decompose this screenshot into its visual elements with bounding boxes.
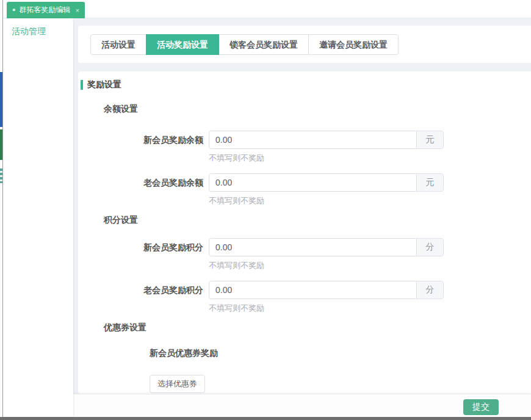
tab-activity-reward-settings[interactable]: 活动奖励设置 (146, 34, 219, 55)
section-title: 奖励设置 (81, 79, 531, 90)
sidebar: 活动管理 (3, 18, 73, 417)
group-title-points: 积分设置 (104, 215, 531, 226)
field-hint: 不填写则不奖励 (209, 303, 531, 314)
unit-suffix: 分 (416, 239, 443, 256)
input-wrapper: 分 (209, 238, 444, 256)
page-tab-label: 群拓客奖励编辑 (19, 5, 70, 15)
old-member-balance-input[interactable] (209, 174, 416, 191)
new-member-points-input[interactable] (209, 239, 416, 256)
left-edge-artifact (0, 72, 2, 127)
old-member-points-input[interactable] (209, 281, 416, 299)
group-title-coupon: 优惠券设置 (104, 322, 531, 333)
field-hint: 不填写则不奖励 (209, 260, 531, 271)
input-wrapper: 分 (209, 281, 444, 299)
page-tab-reward-edit[interactable]: ● 群拓客奖励编辑 × (7, 2, 85, 18)
tabs-card: 活动设置 活动奖励设置 锁客会员奖励设置 邀请会员奖励设置 (78, 26, 531, 63)
settings-tab-group: 活动设置 活动奖励设置 锁客会员奖励设置 邀请会员奖励设置 (90, 34, 399, 55)
field-row: 新会员奖励余额 元 (78, 131, 531, 149)
new-member-balance-input[interactable] (209, 131, 416, 148)
section-title-text: 奖励设置 (87, 79, 121, 90)
unit-suffix: 元 (416, 174, 443, 191)
select-coupon-button[interactable]: 选择优惠券 (150, 375, 205, 393)
page-tab-bar: ● 群拓客奖励编辑 × (3, 0, 531, 18)
tab-lock-member-reward-settings[interactable]: 锁客会员奖励设置 (219, 34, 309, 55)
field-row: 老会员奖励积分 分 (78, 281, 531, 299)
left-edge-artifact (0, 168, 2, 183)
window-bottom-edge (0, 417, 531, 420)
tab-activity-settings[interactable]: 活动设置 (90, 34, 146, 55)
reward-settings-card: 奖励设置 余额设置 新会员奖励余额 元 不填写则不奖励 老会员奖励余额 元 不填… (78, 71, 531, 394)
field-label: 新会员奖励积分 (78, 238, 203, 256)
coupon-reward-label: 新会员优惠券奖励 (150, 348, 531, 359)
field-row: 老会员奖励余额 元 (78, 173, 531, 192)
active-dot-icon: ● (12, 7, 15, 13)
input-wrapper: 元 (209, 131, 444, 149)
field-hint: 不填写则不奖励 (209, 195, 531, 206)
main-area: 活动设置 活动奖励设置 锁客会员奖励设置 邀请会员奖励设置 奖励设置 余额设置 … (73, 18, 531, 417)
unit-suffix: 分 (416, 281, 443, 299)
close-icon[interactable]: × (75, 7, 79, 14)
left-edge-artifact (0, 129, 2, 160)
field-hint: 不填写则不奖励 (209, 153, 531, 164)
footer-bar: 提交 (73, 394, 531, 417)
field-label: 老会员奖励余额 (78, 173, 203, 192)
field-label: 老会员奖励积分 (78, 281, 203, 299)
tab-invite-member-reward-settings[interactable]: 邀请会员奖励设置 (308, 34, 399, 55)
unit-suffix: 元 (416, 131, 443, 148)
submit-button[interactable]: 提交 (463, 399, 499, 415)
sidebar-item-activity-management[interactable]: 活动管理 (3, 18, 73, 37)
group-title-balance: 余额设置 (104, 104, 531, 115)
field-row: 新会员奖励积分 分 (78, 238, 531, 256)
field-label: 新会员奖励余额 (78, 131, 203, 149)
section-accent-bar (81, 80, 83, 90)
input-wrapper: 元 (209, 173, 444, 192)
